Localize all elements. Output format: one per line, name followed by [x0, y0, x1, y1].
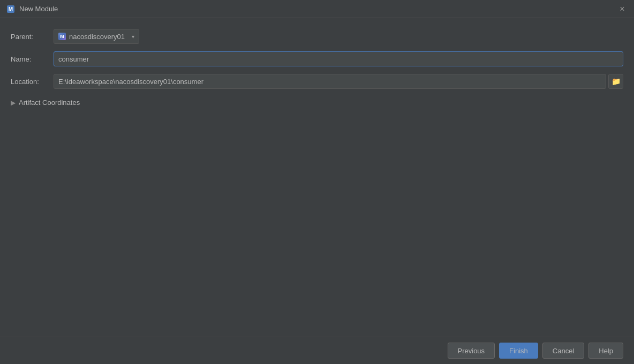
help-button[interactable]: Help — [588, 343, 623, 359]
parent-icon: M — [58, 33, 66, 40]
artifact-label: Artifact Coordinates — [19, 98, 80, 107]
previous-button[interactable]: Previous — [448, 343, 495, 359]
dialog-title: New Module — [19, 5, 58, 13]
browse-button[interactable]: 📁 — [608, 74, 623, 89]
chevron-down-icon: ▾ — [132, 34, 134, 40]
dialog-footer: Previous Finish Cancel Help — [0, 337, 634, 364]
parent-label: Parent: — [11, 33, 54, 41]
finish-button[interactable]: Finish — [499, 343, 538, 359]
title-bar: M New Module × — [0, 0, 634, 18]
folder-icon: 📁 — [612, 77, 621, 86]
parent-row: Parent: M nacosdiscovery01 ▾ — [11, 29, 623, 44]
artifact-coordinates-section[interactable]: ▶ Artifact Coordinates — [11, 96, 623, 109]
location-control: 📁 — [54, 74, 623, 89]
location-label: Location: — [11, 78, 54, 86]
name-label: Name: — [11, 55, 54, 63]
parent-control: M nacosdiscovery01 ▾ — [54, 29, 623, 44]
title-bar-left: M New Module — [6, 5, 58, 13]
name-row: Name: — [11, 51, 623, 66]
location-input[interactable] — [54, 74, 606, 89]
parent-value: nacosdiscovery01 — [69, 33, 129, 41]
name-control — [54, 51, 623, 66]
cancel-button[interactable]: Cancel — [542, 343, 584, 359]
expand-arrow-icon: ▶ — [11, 99, 16, 107]
name-input[interactable] — [54, 51, 623, 66]
parent-dropdown[interactable]: M nacosdiscovery01 ▾ — [54, 29, 139, 44]
location-row: Location: 📁 — [11, 74, 623, 89]
location-wrapper: 📁 — [54, 74, 623, 89]
dialog-body: Parent: M nacosdiscovery01 ▾ Name: Locat… — [0, 18, 634, 337]
new-module-dialog: M New Module × Parent: M nacosdiscovery0… — [0, 0, 634, 364]
dialog-icon: M — [6, 5, 15, 13]
svg-text:M: M — [9, 6, 13, 12]
close-button[interactable]: × — [617, 4, 628, 14]
